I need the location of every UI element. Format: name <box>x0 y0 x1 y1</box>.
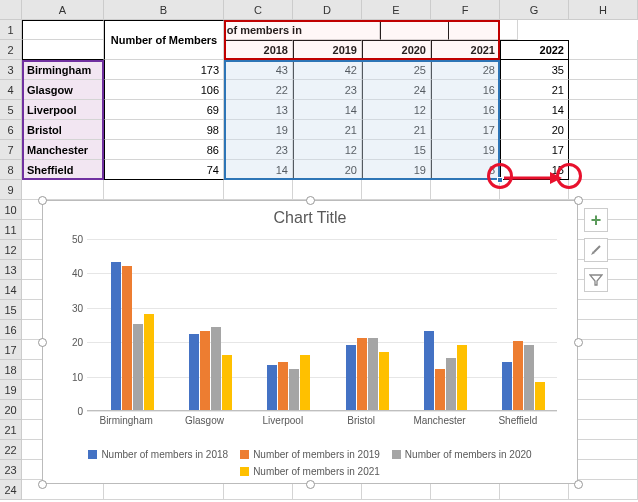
cell-G2[interactable]: 2022 <box>500 40 569 60</box>
col-header-F[interactable]: F <box>431 0 500 20</box>
select-all-corner[interactable] <box>0 0 22 20</box>
cell-F2[interactable]: 2021 <box>431 40 500 60</box>
row-header-2[interactable]: 2 <box>0 40 22 60</box>
cell-F5[interactable]: 16 <box>431 100 500 120</box>
row-header-4[interactable]: 4 <box>0 80 22 100</box>
row-header-14[interactable]: 14 <box>0 280 22 300</box>
cell-A6[interactable]: Bristol <box>22 120 104 140</box>
chart-bar[interactable] <box>435 369 445 410</box>
row-header-3[interactable]: 3 <box>0 60 22 80</box>
chart-legend[interactable]: Number of members in 2018 Number of memb… <box>43 449 577 477</box>
cell-E4[interactable]: 24 <box>362 80 431 100</box>
cell-B6[interactable]: 98 <box>104 120 224 140</box>
chart-bar[interactable] <box>446 358 456 410</box>
cell-F7[interactable]: 19 <box>431 140 500 160</box>
chart-title[interactable]: Chart Title <box>43 201 577 231</box>
row-header-1[interactable]: 1 <box>0 20 22 40</box>
cell-H2[interactable] <box>569 40 638 60</box>
legend-item[interactable]: Number of members in 2020 <box>392 449 532 460</box>
row-header-18[interactable]: 18 <box>0 360 22 380</box>
chart-resize-handle[interactable] <box>306 196 315 205</box>
cell-A9[interactable] <box>22 180 104 200</box>
chart-bar[interactable] <box>278 362 288 410</box>
cell-D6[interactable]: 21 <box>293 120 362 140</box>
row-header-12[interactable]: 12 <box>0 240 22 260</box>
cell-A3[interactable]: Birmingham <box>22 60 104 80</box>
cell-D5[interactable]: 14 <box>293 100 362 120</box>
cell-E7[interactable]: 15 <box>362 140 431 160</box>
cell-H20[interactable] <box>569 400 638 420</box>
chart-bar-group[interactable] <box>102 262 162 410</box>
chart-bar-group[interactable] <box>181 327 241 410</box>
cell-H6[interactable] <box>569 120 638 140</box>
cell-D4[interactable]: 23 <box>293 80 362 100</box>
legend-item[interactable]: Number of members in 2018 <box>88 449 228 460</box>
cell-H23[interactable] <box>569 460 638 480</box>
chart-bar[interactable] <box>513 341 523 410</box>
chart-bar[interactable] <box>189 334 199 410</box>
chart-bar[interactable] <box>357 338 367 410</box>
cell-B4[interactable]: 106 <box>104 80 224 100</box>
col-header-C[interactable]: C <box>224 0 293 20</box>
chart-bar[interactable] <box>211 327 221 410</box>
legend-item[interactable]: Number of members in 2021 <box>240 466 380 477</box>
col-header-E[interactable]: E <box>362 0 431 20</box>
chart-styles-button[interactable] <box>584 238 608 262</box>
legend-item[interactable]: Number of members in 2019 <box>240 449 380 460</box>
cell-E3[interactable]: 25 <box>362 60 431 80</box>
chart-resize-handle[interactable] <box>574 480 583 489</box>
chart-resize-handle[interactable] <box>574 338 583 347</box>
cell-G7[interactable]: 17 <box>500 140 569 160</box>
row-header-19[interactable]: 19 <box>0 380 22 400</box>
chart-plot-area[interactable]: 01020304050BirminghamGlasgowLiverpoolBri… <box>87 239 557 411</box>
cell-G3[interactable]: 35 <box>500 60 569 80</box>
row-header-10[interactable]: 10 <box>0 200 22 220</box>
cell-B5[interactable]: 69 <box>104 100 224 120</box>
cell-A5[interactable]: Liverpool <box>22 100 104 120</box>
cell-E5[interactable]: 12 <box>362 100 431 120</box>
row-header-13[interactable]: 13 <box>0 260 22 280</box>
col-header-D[interactable]: D <box>293 0 362 20</box>
cell-C4[interactable]: 22 <box>224 80 293 100</box>
row-header-21[interactable]: 21 <box>0 420 22 440</box>
cell-G5[interactable]: 14 <box>500 100 569 120</box>
cell-A8[interactable]: Sheffield <box>22 160 104 180</box>
cell-C9[interactable] <box>224 180 293 200</box>
cell-C3[interactable]: 43 <box>224 60 293 80</box>
cell-E6[interactable]: 21 <box>362 120 431 140</box>
row-header-16[interactable]: 16 <box>0 320 22 340</box>
col-header-A[interactable]: A <box>22 0 104 20</box>
chart-bar[interactable] <box>111 262 121 410</box>
chart-bar[interactable] <box>289 369 299 410</box>
cell-C2[interactable]: 2018 <box>224 40 293 60</box>
chart-bar-group[interactable] <box>337 338 397 410</box>
chart-object[interactable]: Chart Title 01020304050BirminghamGlasgow… <box>42 200 578 484</box>
cell-H3[interactable] <box>569 60 638 80</box>
chart-filters-button[interactable] <box>584 268 608 292</box>
row-header-5[interactable]: 5 <box>0 100 22 120</box>
chart-bar[interactable] <box>368 338 378 410</box>
cell-H7[interactable] <box>569 140 638 160</box>
cell-F4[interactable]: 16 <box>431 80 500 100</box>
chart-resize-handle[interactable] <box>38 338 47 347</box>
cell-H1[interactable] <box>449 20 518 40</box>
cell-G1[interactable] <box>380 20 449 40</box>
cell-H22[interactable] <box>569 440 638 460</box>
chart-resize-handle[interactable] <box>574 196 583 205</box>
cell-H21[interactable] <box>569 420 638 440</box>
cell-A7[interactable]: Manchester <box>22 140 104 160</box>
chart-bar[interactable] <box>524 345 534 410</box>
chart-bar-group[interactable] <box>416 331 476 410</box>
cell-D2[interactable]: 2019 <box>293 40 362 60</box>
chart-bar[interactable] <box>535 382 545 410</box>
cell-A4[interactable]: Glasgow <box>22 80 104 100</box>
cell-B9[interactable] <box>104 180 224 200</box>
chart-bar[interactable] <box>346 345 356 410</box>
cell-B3[interactable]: 173 <box>104 60 224 80</box>
cell-A2[interactable] <box>22 40 104 60</box>
chart-bar[interactable] <box>133 324 143 410</box>
cell-H4[interactable] <box>569 80 638 100</box>
cell-H18[interactable] <box>569 360 638 380</box>
row-header-20[interactable]: 20 <box>0 400 22 420</box>
chart-bar-group[interactable] <box>494 341 554 410</box>
